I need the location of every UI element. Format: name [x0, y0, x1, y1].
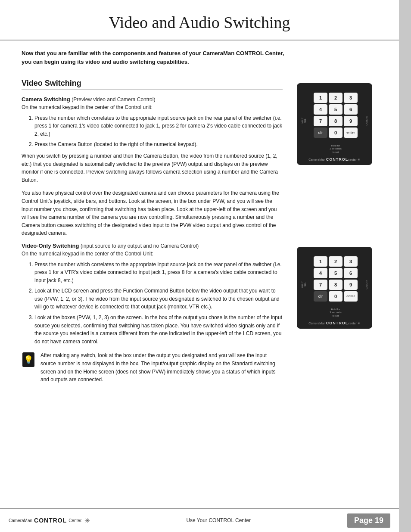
key2-8[interactable]: 8 [329, 280, 342, 290]
footer-brand: CameraMan CONTROL Center. ✳ [9, 516, 90, 525]
camera-switching-intro: On the numerical keypad in the center of… [22, 103, 283, 112]
key2-enter[interactable]: enter [344, 291, 358, 302]
keypad2-hold-text: Hold for3 secondsto set [330, 308, 341, 318]
key2-5[interactable]: 5 [329, 268, 342, 278]
keypad1-hold-text: Hold for2 secondsto set [330, 144, 341, 154]
left-column: Video Switching Camera Switching (Previe… [22, 79, 283, 384]
footer-page-number: Page 19 [347, 513, 390, 528]
camera-step-1: Press the number which correlates to the… [34, 114, 283, 138]
camera-switching-heading: Camera Switching (Preview video and Came… [22, 96, 283, 103]
footer-brand-prefix: CameraMan [9, 518, 32, 523]
key-5[interactable]: 5 [329, 104, 342, 115]
key-2[interactable]: 2 [329, 93, 342, 103]
key-clear[interactable]: clr [314, 128, 327, 138]
keypad1-right-label: CAMERA [365, 116, 368, 125]
keypad-device-2: INPUTSEL 1 2 3 4 5 6 7 8 [297, 247, 372, 329]
video-only-heading: Video-Only Switching (input source to an… [22, 243, 283, 249]
camera-step-2: Press the Camera Button (located to the … [34, 140, 283, 149]
keypad2-right-label: CAMERA [365, 280, 368, 289]
section-heading: Video Switching [22, 79, 283, 90]
key2-2[interactable]: 2 [329, 256, 342, 267]
page-footer: CameraMan CONTROL Center. ✳ Use Your CON… [0, 508, 399, 532]
key-1[interactable]: 1 [314, 93, 327, 103]
footer-brand-suffix: Center. [68, 518, 82, 523]
footer-center-text: Use Your CONTROL Center [186, 517, 251, 523]
video-step-3: Look at the boxes (PVW, 1, 2, 3) on the … [34, 314, 283, 345]
key2-6[interactable]: 6 [344, 268, 358, 278]
tip-text: After making any switch, look at the box… [40, 352, 283, 383]
content-area: Now that you are familiar with the compo… [0, 40, 399, 392]
camera-switching-block: Camera Switching (Preview video and Came… [22, 96, 283, 184]
camera-switching-subtitle: (Preview video and Camera Control) [72, 96, 155, 103]
video-step-2: Look at the LCD screen and press the Fun… [34, 287, 283, 311]
tip-icon: 💡 [22, 352, 35, 368]
video-only-subtitle: (input source to any output and no Camer… [81, 243, 199, 249]
key-6[interactable]: 6 [344, 104, 358, 115]
camera-switching-para1: When you switch by pressing a number and… [22, 152, 283, 184]
key-3[interactable]: 3 [344, 93, 358, 103]
video-only-block: Video-Only Switching (input source to an… [22, 243, 283, 346]
key2-4[interactable]: 4 [314, 268, 327, 278]
key-8[interactable]: 8 [329, 116, 342, 126]
keypad1-left-label: INPUTSEL [301, 118, 306, 124]
keypad-device-1: INPUTSEL 1 2 3 4 5 6 7 [297, 83, 372, 165]
key2-3[interactable]: 3 [344, 256, 358, 267]
key-0[interactable]: 0 [329, 128, 342, 138]
camera-switching-para2-block: You also have physical control over the … [22, 189, 283, 237]
key-9[interactable]: 9 [344, 116, 358, 126]
keypad2-left-label: INPUTSEL [301, 281, 306, 288]
video-only-intro: On the numerical keypad in the center of… [22, 250, 283, 258]
video-step-1: Press the number which correlates to the… [34, 261, 283, 285]
key2-1[interactable]: 1 [314, 256, 327, 267]
page-container: Video and Audio Switching Now that you a… [0, 0, 411, 532]
key2-7[interactable]: 7 [314, 280, 327, 290]
brand-asterisk-icon: ✳ [84, 516, 90, 525]
video-only-steps: Press the number which correlates to the… [34, 261, 283, 346]
key2-clear[interactable]: clr [314, 291, 327, 302]
key-7[interactable]: 7 [314, 116, 327, 126]
intro-text: Now that you are familiar with the compo… [22, 49, 289, 66]
camera-switching-para2: You also have physical control over the … [22, 189, 283, 237]
key-enter[interactable]: enter [344, 128, 358, 138]
right-column: INPUTSEL 1 2 3 4 5 6 7 [291, 79, 377, 384]
keypad1-brand: CameraMan CONTROLcenter ✳ [308, 157, 360, 162]
key2-0[interactable]: 0 [329, 291, 342, 302]
key-4[interactable]: 4 [314, 104, 327, 115]
sidebar-bar [399, 0, 411, 532]
page-title: Video and Audio Switching [22, 13, 377, 40]
tip-icon-inner: 💡 [22, 352, 34, 367]
tip-box: 💡 After making any switch, look at the b… [22, 352, 283, 383]
footer-brand-logo: CONTROL [34, 517, 67, 524]
keypad2-brand: CameraMan CONTROLcenter ✳ [308, 321, 360, 325]
main-columns: Video Switching Camera Switching (Previe… [22, 79, 377, 384]
lightbulb-icon: 💡 [24, 355, 33, 364]
page-header: Video and Audio Switching [0, 0, 399, 40]
key2-9[interactable]: 9 [344, 280, 358, 290]
camera-switching-steps: Press the number which correlates to the… [34, 114, 283, 149]
